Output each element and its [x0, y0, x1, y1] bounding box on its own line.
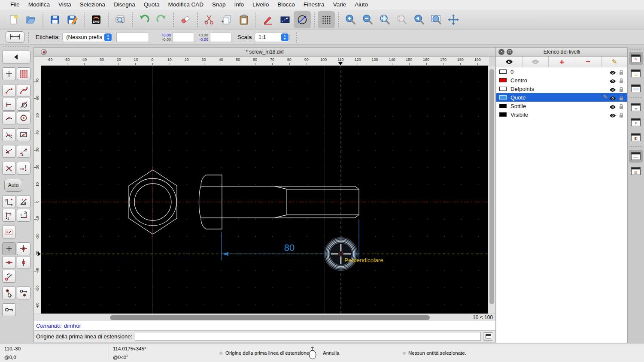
layer-row-quote[interactable]: Quote ✎ — [496, 93, 627, 102]
grid-toggle[interactable] — [318, 11, 335, 28]
cut-button[interactable] — [201, 11, 218, 28]
drawing-window-titlebar[interactable]: * screw_m18.dxf — [34, 48, 495, 57]
zoom-window-button[interactable] — [428, 11, 445, 28]
restrict-vertical-button[interactable] — [17, 256, 30, 269]
layer-row-centro[interactable]: Centro ✎ — [496, 76, 627, 84]
toolbar-drag-handle[interactable] — [3, 46, 29, 49]
menu-item-modifica[interactable]: Modifica — [24, 0, 54, 9]
snap-intersection-button[interactable] — [2, 128, 16, 141]
label-prefix-select[interactable]: (Nessun prefiss ▲▼ — [62, 33, 113, 42]
drawing-canvas[interactable]: 80 Perpendicolare — [41, 66, 489, 314]
layer-visibility-icon[interactable] — [609, 112, 616, 120]
coordinate-polar-button[interactable]: ra — [17, 195, 30, 208]
horizontal-scrollbar-thumb[interactable] — [110, 315, 430, 320]
open-file-button[interactable] — [22, 11, 39, 28]
menu-item-seleziona[interactable]: Seleziona — [76, 0, 109, 9]
snap-intersection-manual-button[interactable] — [2, 145, 16, 158]
vertical-scrollbar[interactable] — [488, 66, 495, 314]
coordinate-cartesian-button[interactable]: yx — [2, 195, 16, 208]
corner-relative2-button[interactable]: 12 — [17, 209, 30, 222]
menu-item-info[interactable]: Info — [230, 0, 249, 9]
snap-perpendicular-button[interactable] — [2, 98, 16, 111]
vertical-scrollbar-thumb[interactable] — [489, 69, 494, 304]
tolerance2-input[interactable] — [210, 33, 231, 42]
snap-tangent-button[interactable] — [17, 98, 30, 111]
layer-lock-icon[interactable] — [619, 112, 624, 120]
draft-mode-toggle[interactable] — [294, 11, 311, 28]
tolerance1-input[interactable] — [173, 33, 194, 42]
label-text-input[interactable] — [116, 33, 149, 42]
snap-nearest-button[interactable] — [2, 112, 16, 124]
command-options-button[interactable] — [483, 332, 493, 341]
menu-item-aiuto[interactable]: Aiuto — [350, 0, 372, 9]
menu-item-file[interactable]: File — [6, 0, 24, 9]
menu-item-disegna[interactable]: Disegna — [109, 0, 140, 9]
dock-library-browser-button[interactable] — [629, 82, 643, 95]
new-file-button[interactable] — [5, 11, 22, 28]
snap-center-button[interactable] — [17, 112, 30, 124]
lock-relative-zero-button[interactable] — [17, 287, 30, 299]
restrict-none-button[interactable] — [2, 242, 16, 255]
show-all-layers-button[interactable] — [496, 57, 522, 67]
menu-item-modifica-cad[interactable]: Modifica CAD — [164, 0, 208, 9]
snap-restriction-button[interactable] — [17, 162, 30, 175]
scale-select[interactable]: 1:1 ▲▼ — [255, 33, 290, 42]
remove-layer-button[interactable]: − — [575, 57, 601, 67]
dock-selection-filter-button[interactable]: ▼ — [629, 116, 643, 129]
save-button[interactable] — [46, 11, 64, 28]
set-relative-zero-button[interactable] — [2, 287, 16, 299]
snap-distance-button[interactable]: 12 — [17, 145, 30, 158]
dock-views-panel-button[interactable]: ◧ — [629, 131, 643, 144]
lock-button[interactable] — [2, 303, 16, 316]
zoom-out-button[interactable] — [359, 11, 376, 28]
snap-reference-button[interactable] — [17, 128, 30, 141]
layer-row-defpoints[interactable]: Defpoints ✎ — [496, 84, 627, 93]
menu-item-quota[interactable]: Quota — [140, 0, 164, 9]
layer-row-sottile[interactable]: Sottile ✎ — [496, 102, 627, 110]
horizontal-scrollbar[interactable] — [41, 314, 471, 321]
zoom-auto-button[interactable] — [376, 11, 393, 28]
specify-point-button[interactable] — [276, 11, 294, 28]
snap-grid-button[interactable] — [17, 67, 30, 80]
edit-layer-button[interactable]: ✎ — [601, 57, 627, 67]
dock-property-editor-button[interactable]: ☰ — [629, 101, 643, 114]
zoom-selection-button[interactable] — [393, 11, 410, 28]
draw-pencil-button[interactable] — [259, 11, 276, 28]
restrict-angle-button[interactable] — [2, 270, 16, 283]
snap-coordinate-button[interactable] — [2, 162, 16, 175]
toolbar-drag-handle[interactable] — [630, 49, 641, 50]
menu-item-blocco[interactable]: Blocco — [273, 0, 299, 9]
menu-item-snap[interactable]: Snap — [208, 0, 230, 9]
restriction-info-button[interactable] — [2, 226, 16, 238]
add-layer-button[interactable]: ＋ — [549, 57, 575, 67]
snap-auto-button[interactable]: Auto — [4, 179, 22, 192]
corner-relative1-button[interactable]: 12 — [2, 209, 16, 222]
dock-command-line-button[interactable]: —————— — [629, 150, 643, 163]
dock-layer-list-button[interactable]: ✎ — [629, 52, 643, 65]
menu-item-varie[interactable]: Varie — [329, 0, 351, 9]
dimension-horizontal-tool-button[interactable] — [6, 31, 24, 43]
panel-close-button[interactable]: ✕ — [498, 49, 504, 55]
command-input[interactable] — [135, 332, 481, 341]
pan-button[interactable] — [445, 11, 462, 28]
layer-row-visibile[interactable]: Visibile ✎ — [496, 110, 627, 119]
snap-free-button[interactable] — [2, 67, 16, 80]
redo-button[interactable] — [153, 11, 170, 28]
menu-item-vista[interactable]: Vista — [54, 0, 76, 9]
menu-item-finestra[interactable]: Finestra — [299, 0, 329, 9]
zoom-in-button[interactable] — [342, 11, 359, 28]
save-as-button[interactable] — [64, 11, 81, 28]
back-button[interactable] — [2, 51, 30, 63]
hide-all-layers-button[interactable] — [522, 57, 549, 67]
snap-points-button[interactable] — [17, 84, 30, 97]
print-preview-button[interactable] — [112, 11, 129, 28]
restrict-horizontal-button[interactable] — [2, 256, 16, 269]
panel-float-button[interactable]: ❐ — [507, 49, 513, 55]
svg-export-button[interactable]: SVG — [88, 11, 105, 28]
dock-clipboard-button[interactable]: ▤ — [629, 165, 643, 178]
layer-row-0[interactable]: 0 ✎ — [496, 67, 627, 76]
copy-button[interactable] — [218, 11, 235, 28]
paste-button[interactable] — [235, 11, 252, 28]
menu-item-livello[interactable]: Livello — [248, 0, 273, 9]
zoom-previous-button[interactable] — [410, 11, 428, 28]
